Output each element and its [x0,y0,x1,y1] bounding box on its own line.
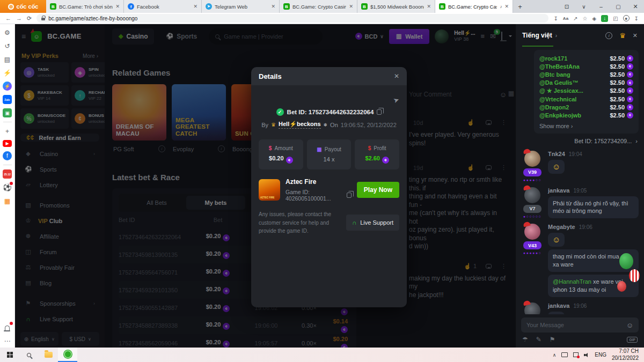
tab-close-icon[interactable]: ✕ [271,4,275,9]
trophy-icon[interactable]: ♛ [619,32,626,40]
show-more-link[interactable]: Show more › [539,123,633,129]
window-maximize-button[interactable]: ▢ [610,0,627,13]
bookmark-star-icon[interactable]: ☆ [582,16,587,21]
chat-avatar[interactable] [524,302,540,314]
rail-icon[interactable]: + [3,127,12,136]
browser-tab[interactable]: B BC.Game: Trò chơi sòng bạc ✕ [46,0,124,13]
chat-avatar[interactable] [524,151,540,167]
browser-tab[interactable]: B BC.Game: Crypto Casino Gam ✕ [280,0,357,13]
taskbar-coccoc-icon[interactable] [58,348,77,362]
network-icon[interactable] [561,352,568,357]
rail-more-icon[interactable]: ⋯ [3,336,12,345]
tab-close-icon[interactable]: ✕ [427,4,431,9]
extensions-icon[interactable]: ◰ [613,16,618,21]
coccoc-brand[interactable]: cốc cốc [0,0,46,13]
lock-icon[interactable] [41,18,45,20]
browser-tab[interactable]: B $1,500 Midweek Booongo M ✕ [357,0,435,13]
rail-icon[interactable]: ▣ [3,108,12,117]
bell-icon[interactable] [3,323,12,332]
rail-icon[interactable]: f [3,151,12,160]
taskbar-search-icon[interactable] [19,348,39,362]
window-close-button[interactable]: ✕ [627,0,644,13]
file-explorer-icon[interactable] [39,348,58,362]
adblock-shield-icon[interactable]: ◈ [592,16,596,21]
new-tab-button[interactable]: + [513,0,527,13]
rail-icon[interactable]: ⚡ [3,68,12,77]
winner-username[interactable]: @Dragon2 [539,104,569,110]
rules-pencil-icon[interactable]: ✎ [536,336,541,343]
rail-icon[interactable]: ⚡ [3,82,12,91]
reload-icon[interactable]: ⟳ [27,15,32,22]
rail-icon[interactable] [3,122,12,122]
tab-search-icon[interactable]: ⊡ [558,0,575,13]
winner-username[interactable]: @TheBestAna [539,63,580,70]
copy-bet-id-icon[interactable] [377,109,382,115]
modal-close-icon[interactable]: ✕ [394,72,399,80]
winner-username[interactable]: @Vrtechnical [539,96,576,102]
copy-game-id-icon[interactable] [347,193,352,198]
recent-tabs-icon[interactable]: ∨ [575,0,592,13]
translate-icon[interactable]: Aa [563,16,568,21]
rail-icon[interactable]: 25.12 [3,169,12,179]
browser-tab[interactable]: ➤ Telegram Web ✕ [202,0,280,13]
language-indicator[interactable]: ENG [595,352,606,358]
volume-icon[interactable] [584,352,589,357]
browser-tab[interactable]: B BC.Game: Crypto Casino ♪ ✕ [435,0,513,13]
clock[interactable]: 7:07 CH20/12/2022 [612,348,639,361]
forward-icon[interactable]: → [16,15,22,21]
tray-expand-icon[interactable]: ∧ [553,352,557,358]
chat-avatar[interactable] [524,187,540,203]
tab-audio-icon[interactable]: ♪ [500,4,502,9]
shared-bet-link[interactable]: Bet ID: 1752734209...› [516,134,644,144]
rail-icon[interactable]: ▶ [3,140,12,147]
play-now-button[interactable]: Play Now [357,182,399,198]
chat-username[interactable]: Megabyte [548,224,575,230]
tab-close-icon[interactable]: ✕ [193,4,197,9]
rail-icon[interactable] [3,165,12,165]
action-center-icon[interactable] [573,352,579,357]
winner-username[interactable]: @Da Geulis™ [539,79,578,86]
chat-rules-icon[interactable]: i [605,32,612,39]
amount-stat: $Amount $0.20¢ [259,139,303,169]
chat-message-input[interactable]: Your Message ☺ [521,317,639,333]
rail-icon[interactable]: ⚙ [3,28,12,37]
rail-icon[interactable]: ↺ [3,41,12,50]
rail-icon[interactable]: ▦ [3,196,12,205]
start-button[interactable] [0,348,19,362]
winner-username[interactable]: @ ★ Jessicax... [539,87,583,94]
winner-username[interactable]: @rock171 [539,55,567,62]
rail-icon[interactable]: ⚽ [3,183,12,192]
chat-username[interactable]: jankava [548,302,569,309]
mention-link[interactable]: @HannahTran [553,278,591,285]
share-icon[interactable]: ↗ [573,16,577,21]
bet-owner-username[interactable]: Hell⚡beckons [279,121,321,129]
window-minimize-button[interactable]: – [592,0,610,13]
coupon-tag-icon[interactable]: ⚑ [550,336,555,343]
chat-close-icon[interactable]: ✕ [633,32,638,39]
winner-username[interactable]: @Btc bang [539,71,570,78]
browser-profile-icon[interactable]: ☻ [623,15,630,21]
rail-icon[interactable]: Zalo [3,95,12,104]
chat-avatar[interactable] [524,224,540,240]
live-support-button[interactable]: ∩ Live Support [346,215,399,231]
rain-tip-icon[interactable]: ☂ [522,336,528,343]
game-thumbnail[interactable]: AZTEC FIRE [259,179,280,201]
tab-close-icon[interactable]: ✕ [504,4,509,9]
browser-tab[interactable]: f Facebook ✕ [124,0,202,13]
rail-icon[interactable] [3,210,12,319]
winner-username[interactable]: @Enkpkieojwb [539,112,581,119]
chat-room-label[interactable]: Tiếng việt [522,32,552,39]
tab-close-icon[interactable]: ✕ [115,4,120,9]
emoji-picker-icon[interactable]: ☺ [626,321,633,329]
address-bar[interactable]: bc.game/game/aztec-fire-by-booongo [36,14,548,23]
downloads-tray-icon[interactable]: ↧ [634,16,639,21]
download-manager-icon[interactable]: ↓ [601,15,608,22]
rail-icon[interactable]: ▤ [3,55,12,64]
back-icon[interactable]: ← [5,15,11,21]
tab-close-icon[interactable]: ✕ [349,4,353,9]
chat-username[interactable]: jankava [548,187,569,194]
gif-icon[interactable]: GIF [627,337,638,343]
send-to-device-icon[interactable]: ↧ [553,16,558,21]
chat-username[interactable]: Tnk24 [548,151,565,157]
share-bet-icon[interactable]: ➤ [259,96,399,104]
